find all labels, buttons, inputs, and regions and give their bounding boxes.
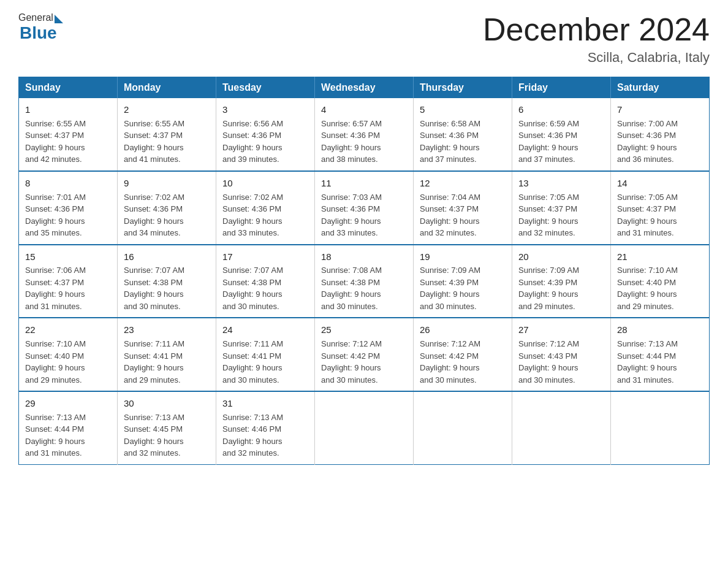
- day-info: Sunrise: 7:01 AM Sunset: 4:36 PM Dayligh…: [25, 191, 111, 239]
- day-number: 22: [25, 323, 111, 337]
- day-info: Sunrise: 7:12 AM Sunset: 4:42 PM Dayligh…: [321, 338, 407, 386]
- day-number: 20: [518, 250, 604, 264]
- day-number: 31: [222, 397, 308, 410]
- calendar-cell: 22 Sunrise: 7:10 AM Sunset: 4:40 PM Dayl…: [19, 318, 118, 391]
- day-info: Sunrise: 7:00 AM Sunset: 4:36 PM Dayligh…: [617, 118, 703, 166]
- calendar-cell: 24 Sunrise: 7:11 AM Sunset: 4:41 PM Dayl…: [216, 318, 315, 391]
- calendar-cell: 8 Sunrise: 7:01 AM Sunset: 4:36 PM Dayli…: [19, 171, 118, 245]
- day-number: 6: [518, 103, 604, 117]
- logo-arrow-icon: [55, 15, 63, 23]
- day-info: Sunrise: 7:07 AM Sunset: 4:38 PM Dayligh…: [222, 264, 308, 312]
- day-info: Sunrise: 7:05 AM Sunset: 4:37 PM Dayligh…: [518, 191, 604, 239]
- day-info: Sunrise: 7:05 AM Sunset: 4:37 PM Dayligh…: [617, 191, 703, 239]
- calendar-cell: 3 Sunrise: 6:56 AM Sunset: 4:36 PM Dayli…: [216, 98, 315, 171]
- col-wednesday: Wednesday: [315, 77, 414, 99]
- title-block: December 2024 Scilla, Calabria, Italy: [483, 12, 710, 66]
- day-number: 28: [617, 323, 703, 337]
- day-info: Sunrise: 6:56 AM Sunset: 4:36 PM Dayligh…: [222, 118, 308, 166]
- day-number: 21: [617, 250, 703, 264]
- day-info: Sunrise: 7:10 AM Sunset: 4:40 PM Dayligh…: [25, 338, 111, 386]
- day-info: Sunrise: 7:06 AM Sunset: 4:37 PM Dayligh…: [25, 264, 111, 312]
- day-number: 14: [617, 177, 703, 190]
- logo: General Blue: [18, 12, 63, 43]
- day-number: 19: [420, 250, 506, 264]
- day-info: Sunrise: 7:02 AM Sunset: 4:36 PM Dayligh…: [124, 191, 210, 239]
- calendar-week-2: 8 Sunrise: 7:01 AM Sunset: 4:36 PM Dayli…: [19, 171, 710, 245]
- day-info: Sunrise: 6:58 AM Sunset: 4:36 PM Dayligh…: [420, 118, 506, 166]
- col-friday: Friday: [512, 77, 611, 99]
- day-info: Sunrise: 7:03 AM Sunset: 4:36 PM Dayligh…: [321, 191, 407, 239]
- col-saturday: Saturday: [611, 77, 710, 99]
- day-number: 3: [222, 103, 308, 117]
- calendar-week-1: 1 Sunrise: 6:55 AM Sunset: 4:37 PM Dayli…: [19, 98, 710, 171]
- col-sunday: Sunday: [19, 77, 118, 99]
- calendar-cell: 12 Sunrise: 7:04 AM Sunset: 4:37 PM Dayl…: [414, 171, 512, 245]
- day-number: 27: [518, 323, 604, 337]
- day-info: Sunrise: 7:12 AM Sunset: 4:42 PM Dayligh…: [420, 338, 506, 386]
- calendar-cell: 17 Sunrise: 7:07 AM Sunset: 4:38 PM Dayl…: [216, 245, 315, 318]
- day-info: Sunrise: 7:11 AM Sunset: 4:41 PM Dayligh…: [124, 338, 210, 386]
- day-number: 18: [321, 250, 407, 264]
- day-number: 9: [124, 177, 210, 190]
- day-info: Sunrise: 7:09 AM Sunset: 4:39 PM Dayligh…: [518, 264, 604, 312]
- day-info: Sunrise: 7:02 AM Sunset: 4:36 PM Dayligh…: [222, 191, 308, 239]
- day-number: 13: [518, 177, 604, 190]
- day-number: 17: [222, 250, 308, 264]
- calendar-cell: 21 Sunrise: 7:10 AM Sunset: 4:40 PM Dayl…: [611, 245, 710, 318]
- day-info: Sunrise: 7:04 AM Sunset: 4:37 PM Dayligh…: [420, 191, 506, 239]
- calendar-cell: 16 Sunrise: 7:07 AM Sunset: 4:38 PM Dayl…: [118, 245, 216, 318]
- calendar-cell: 23 Sunrise: 7:11 AM Sunset: 4:41 PM Dayl…: [118, 318, 216, 391]
- day-info: Sunrise: 7:13 AM Sunset: 4:46 PM Dayligh…: [222, 412, 308, 459]
- calendar-cell: 15 Sunrise: 7:06 AM Sunset: 4:37 PM Dayl…: [19, 245, 118, 318]
- day-number: 11: [321, 177, 407, 190]
- day-number: 15: [25, 250, 111, 264]
- calendar-header-row: Sunday Monday Tuesday Wednesday Thursday…: [19, 77, 710, 99]
- day-number: 8: [25, 177, 111, 190]
- day-info: Sunrise: 7:08 AM Sunset: 4:38 PM Dayligh…: [321, 264, 407, 312]
- calendar-cell: 26 Sunrise: 7:12 AM Sunset: 4:42 PM Dayl…: [414, 318, 512, 391]
- day-info: Sunrise: 7:09 AM Sunset: 4:39 PM Dayligh…: [420, 264, 506, 312]
- calendar-cell: 1 Sunrise: 6:55 AM Sunset: 4:37 PM Dayli…: [19, 98, 118, 171]
- calendar-cell: 25 Sunrise: 7:12 AM Sunset: 4:42 PM Dayl…: [315, 318, 414, 391]
- logo-general-text: General: [18, 12, 53, 23]
- calendar-cell: 4 Sunrise: 6:57 AM Sunset: 4:36 PM Dayli…: [315, 98, 414, 171]
- calendar-cell: [512, 391, 611, 464]
- day-number: 10: [222, 177, 308, 190]
- day-info: Sunrise: 7:13 AM Sunset: 4:44 PM Dayligh…: [617, 338, 703, 386]
- day-number: 1: [25, 103, 111, 117]
- calendar-cell: 27 Sunrise: 7:12 AM Sunset: 4:43 PM Dayl…: [512, 318, 611, 391]
- calendar-cell: [611, 391, 710, 464]
- day-info: Sunrise: 6:57 AM Sunset: 4:36 PM Dayligh…: [321, 118, 407, 166]
- calendar-cell: 11 Sunrise: 7:03 AM Sunset: 4:36 PM Dayl…: [315, 171, 414, 245]
- calendar-week-5: 29 Sunrise: 7:13 AM Sunset: 4:44 PM Dayl…: [19, 391, 710, 464]
- col-monday: Monday: [118, 77, 216, 99]
- day-info: Sunrise: 7:13 AM Sunset: 4:45 PM Dayligh…: [124, 412, 210, 459]
- day-number: 7: [617, 103, 703, 117]
- day-number: 5: [420, 103, 506, 117]
- day-info: Sunrise: 6:59 AM Sunset: 4:36 PM Dayligh…: [518, 118, 604, 166]
- month-title: December 2024: [483, 12, 710, 47]
- day-info: Sunrise: 7:10 AM Sunset: 4:40 PM Dayligh…: [617, 264, 703, 312]
- day-number: 25: [321, 323, 407, 337]
- calendar-cell: 31 Sunrise: 7:13 AM Sunset: 4:46 PM Dayl…: [216, 391, 315, 464]
- calendar-cell: 18 Sunrise: 7:08 AM Sunset: 4:38 PM Dayl…: [315, 245, 414, 318]
- col-thursday: Thursday: [414, 77, 512, 99]
- day-number: 2: [124, 103, 210, 117]
- calendar-cell: 10 Sunrise: 7:02 AM Sunset: 4:36 PM Dayl…: [216, 171, 315, 245]
- calendar-cell: 7 Sunrise: 7:00 AM Sunset: 4:36 PM Dayli…: [611, 98, 710, 171]
- calendar-cell: 29 Sunrise: 7:13 AM Sunset: 4:44 PM Dayl…: [19, 391, 118, 464]
- day-number: 30: [124, 397, 210, 410]
- calendar-cell: 19 Sunrise: 7:09 AM Sunset: 4:39 PM Dayl…: [414, 245, 512, 318]
- calendar-cell: [315, 391, 414, 464]
- day-number: 23: [124, 323, 210, 337]
- calendar-cell: 9 Sunrise: 7:02 AM Sunset: 4:36 PM Dayli…: [118, 171, 216, 245]
- calendar-cell: 5 Sunrise: 6:58 AM Sunset: 4:36 PM Dayli…: [414, 98, 512, 171]
- calendar-table: Sunday Monday Tuesday Wednesday Thursday…: [18, 77, 710, 465]
- calendar-cell: 28 Sunrise: 7:13 AM Sunset: 4:44 PM Dayl…: [611, 318, 710, 391]
- day-info: Sunrise: 6:55 AM Sunset: 4:37 PM Dayligh…: [124, 118, 210, 166]
- col-tuesday: Tuesday: [216, 77, 315, 99]
- day-number: 29: [25, 397, 111, 410]
- day-info: Sunrise: 7:12 AM Sunset: 4:43 PM Dayligh…: [518, 338, 604, 386]
- day-number: 12: [420, 177, 506, 190]
- location: Scilla, Calabria, Italy: [483, 50, 710, 66]
